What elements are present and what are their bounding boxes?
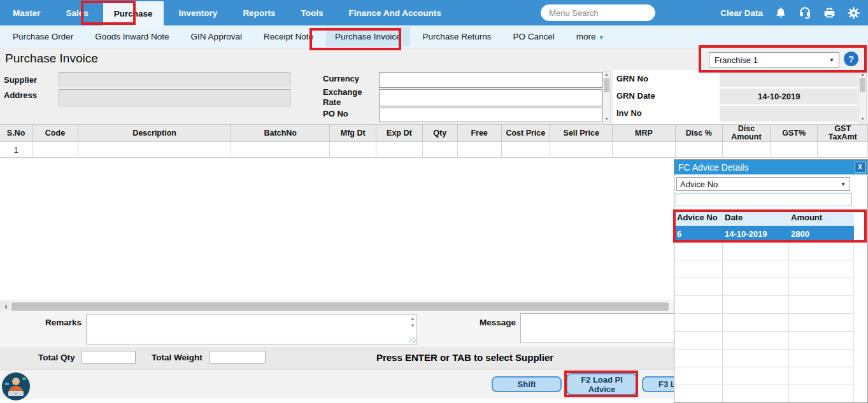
tab-receipt-note[interactable]: Receipt Note <box>264 32 313 41</box>
cell-disc-amount[interactable] <box>723 142 771 157</box>
advice-table-header: Advice No Date Amount <box>674 209 854 226</box>
advice-empty-row[interactable] <box>674 296 854 314</box>
support-icon[interactable] <box>798 6 812 20</box>
franchise-select[interactable]: Franchise 1 ▼ <box>709 52 839 67</box>
resize-grip-icon[interactable] <box>410 337 416 343</box>
top-icon-group <box>774 6 860 20</box>
cell-sell-price[interactable] <box>550 142 613 157</box>
printer-icon[interactable] <box>823 6 836 20</box>
col-description: Description <box>78 125 231 141</box>
shift-button[interactable]: Shift <box>492 376 562 392</box>
popup-title-bar[interactable]: FC Advice Details <box>674 160 867 174</box>
col-free: Free <box>458 125 502 141</box>
grn-no-value[interactable] <box>720 71 857 87</box>
advice-date-value: 14-10-2019 <box>725 229 767 239</box>
scroll-left-arrow[interactable] <box>0 301 10 312</box>
cell-gst-pct[interactable] <box>771 142 818 157</box>
spinner-up-icon[interactable]: ▲ <box>410 316 415 322</box>
clear-data-button[interactable]: Clear Data <box>720 8 763 18</box>
form-scrollbar-right[interactable]: ▲▼ <box>858 71 867 122</box>
grn-panel: GRN No GRN Date 14-10-2019 Inv No <box>613 70 857 124</box>
tab-goods-inward-note[interactable]: Goods Inward Note <box>95 32 169 41</box>
tab-purchase-order[interactable]: Purchase Order <box>13 32 73 41</box>
cell-qty[interactable] <box>423 142 458 157</box>
cell-batchno[interactable] <box>231 142 330 157</box>
title-row: Purchase Invoice Franchise 1 ▼ ? <box>0 48 868 70</box>
cell-code[interactable] <box>32 142 78 157</box>
currency-input[interactable] <box>379 72 602 88</box>
invoice-header-form: Supplier Address Currency Exchange Rate … <box>0 70 868 124</box>
col-sell-price: Sell Price <box>550 125 613 141</box>
scrollbar-thumb[interactable] <box>11 302 669 311</box>
col-qty: Qty <box>423 125 458 141</box>
address-input[interactable] <box>59 89 290 107</box>
inv-no-row: Inv No <box>613 106 857 122</box>
close-icon[interactable]: X <box>855 162 865 173</box>
topnav-inventory[interactable]: Inventory <box>179 8 218 18</box>
top-nav-bar: Master Sales Purchase Inventory Reports … <box>0 0 868 25</box>
cell-sno[interactable]: 1 <box>0 142 32 157</box>
exchange-rate-input[interactable] <box>379 89 602 106</box>
tab-more[interactable]: more▼ <box>576 32 604 41</box>
topnav-purchase[interactable]: Purchase <box>103 1 164 25</box>
col-code: Code <box>32 125 78 141</box>
advice-empty-row[interactable] <box>674 385 854 402</box>
page-title: Purchase Invoice <box>5 52 98 66</box>
advice-empty-row[interactable] <box>674 260 854 278</box>
col-mfg-dt: Mfg Dt <box>330 125 376 141</box>
total-weight-label: Total Weight <box>152 353 208 362</box>
topnav-master[interactable]: Master <box>13 8 41 18</box>
cell-gst-taxamt[interactable] <box>818 142 868 157</box>
col-gst-taxamt: GST TaxAmt <box>818 125 868 141</box>
topnav-reports[interactable]: Reports <box>243 8 275 18</box>
inv-no-value[interactable] <box>720 106 857 122</box>
purchase-invoice-screen: Master Sales Purchase Inventory Reports … <box>0 0 868 403</box>
remarks-textarea[interactable]: ▲ ▼ <box>86 314 417 344</box>
advice-empty-row[interactable] <box>674 278 854 296</box>
po-no-input[interactable] <box>379 108 602 122</box>
grn-date-row: GRN Date 14-10-2019 <box>613 88 857 104</box>
advice-empty-row[interactable] <box>674 367 854 385</box>
total-qty-input[interactable] <box>82 351 136 364</box>
tab-purchase-returns[interactable]: Purchase Returns <box>423 32 492 41</box>
chevron-down-icon: ▼ <box>841 181 846 187</box>
cell-exp-dt[interactable] <box>376 142 423 157</box>
cell-mfg-dt[interactable] <box>330 142 376 157</box>
cell-disc-pct[interactable] <box>676 142 723 157</box>
advice-empty-row[interactable] <box>674 332 854 350</box>
advice-empty-row[interactable] <box>674 243 854 260</box>
advice-row-selected[interactable]: 6 14-10-2019 2800 <box>674 226 854 243</box>
bell-icon[interactable] <box>774 6 787 19</box>
form-scrollbar-left[interactable]: ▲▼ <box>602 71 611 122</box>
cell-description[interactable] <box>78 142 232 157</box>
grn-no-row: GRN No <box>613 71 857 87</box>
supplier-input[interactable] <box>59 72 290 87</box>
advice-empty-row[interactable] <box>674 314 854 332</box>
advice-col-date: Date <box>725 213 743 222</box>
advice-filter-select[interactable]: Advice No ▼ <box>676 177 850 191</box>
menu-search-input[interactable] <box>541 4 655 21</box>
support-avatar[interactable] <box>1 372 31 401</box>
tab-po-cancel[interactable]: PO Cancel <box>513 32 555 41</box>
inv-no-label: Inv No <box>616 108 642 118</box>
topnav-finance-and-accounts[interactable]: Finance And Accounts <box>348 8 441 18</box>
spinner-down-icon[interactable]: ▼ <box>410 323 415 329</box>
advice-empty-row[interactable] <box>674 350 854 367</box>
cell-cost-price[interactable] <box>502 142 551 157</box>
gear-icon[interactable] <box>847 6 860 20</box>
col-batchno: BatchNo <box>231 125 330 141</box>
cell-free[interactable] <box>458 142 502 157</box>
advice-search-input[interactable] <box>676 193 852 206</box>
table-row[interactable]: 1 <box>0 142 868 158</box>
help-button[interactable]: ? <box>844 52 858 66</box>
address-label: Address <box>4 90 37 100</box>
cell-mrp[interactable] <box>613 142 675 157</box>
f2-load-pi-advice-button[interactable]: F2 Load PI Advice <box>566 373 637 395</box>
topnav-sales[interactable]: Sales <box>66 8 89 18</box>
total-qty-label: Total Qty <box>38 353 79 362</box>
grn-date-value[interactable]: 14-10-2019 <box>720 88 857 104</box>
topnav-tools[interactable]: Tools <box>301 8 323 18</box>
tab-purchase-invoice[interactable]: Purchase Invoice <box>326 27 410 46</box>
tab-gin-approval[interactable]: GIN Approval <box>191 32 242 41</box>
total-weight-input[interactable] <box>210 351 266 364</box>
